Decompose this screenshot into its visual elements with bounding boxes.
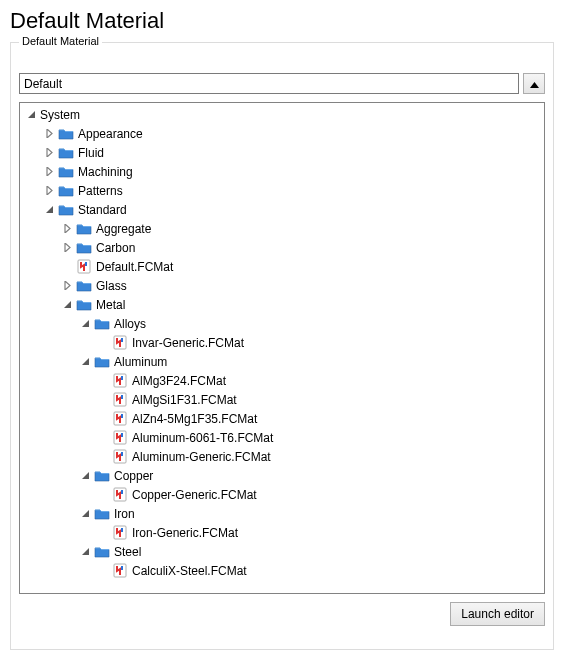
fcmat-file-icon: [112, 411, 128, 427]
tree-item-label: Standard: [78, 203, 127, 217]
material-tree[interactable]: SystemAppearanceFluidMachiningPatternsSt…: [20, 103, 544, 593]
tree-folder-row[interactable]: Patterns: [20, 181, 544, 200]
expand-toggle[interactable]: [78, 507, 92, 521]
tree-file-row[interactable]: Aluminum-6061-T6.FCMat: [20, 428, 544, 447]
expand-spacer: [96, 488, 110, 502]
fcmat-file-icon: [112, 430, 128, 446]
material-tree-container: SystemAppearanceFluidMachiningPatternsSt…: [19, 102, 545, 594]
tree-file-row[interactable]: AlZn4-5Mg1F35.FCMat: [20, 409, 544, 428]
tree-item-label: AlZn4-5Mg1F35.FCMat: [132, 412, 257, 426]
fcmat-file-icon: [112, 373, 128, 389]
tree-folder-row[interactable]: Machining: [20, 162, 544, 181]
expand-spacer: [96, 393, 110, 407]
folder-icon: [76, 278, 92, 294]
fcmat-file-icon: [112, 449, 128, 465]
folder-icon: [58, 183, 74, 199]
expand-toggle[interactable]: [78, 469, 92, 483]
tree-file-row[interactable]: Default.FCMat: [20, 257, 544, 276]
svg-marker-8: [65, 243, 70, 252]
expand-spacer: [60, 260, 74, 274]
expand-toggle[interactable]: [42, 127, 56, 141]
svg-marker-4: [47, 167, 52, 176]
expand-toggle[interactable]: [42, 165, 56, 179]
tree-item-label: Metal: [96, 298, 125, 312]
expand-spacer: [96, 526, 110, 540]
expand-toggle[interactable]: [78, 317, 92, 331]
tree-folder-row[interactable]: Metal: [20, 295, 544, 314]
tree-item-label: Iron: [114, 507, 135, 521]
expand-toggle[interactable]: [78, 545, 92, 559]
svg-marker-22: [82, 510, 89, 517]
default-material-group: Default Material SystemAppearanceFluidMa…: [10, 42, 554, 650]
fcmat-file-icon: [112, 487, 128, 503]
svg-marker-14: [82, 358, 89, 365]
tree-file-row[interactable]: Aluminum-Generic.FCMat: [20, 447, 544, 466]
tree-item-label: Copper-Generic.FCMat: [132, 488, 257, 502]
tree-item-label: Copper: [114, 469, 153, 483]
expand-toggle[interactable]: [60, 279, 74, 293]
svg-marker-1: [28, 111, 35, 118]
expand-spacer: [96, 431, 110, 445]
expand-toggle[interactable]: [60, 222, 74, 236]
expand-toggle[interactable]: [24, 108, 38, 122]
combo-dropdown-button[interactable]: [523, 73, 545, 94]
tree-folder-row[interactable]: Steel: [20, 542, 544, 561]
expand-toggle[interactable]: [42, 203, 56, 217]
tree-item-label: Glass: [96, 279, 127, 293]
expand-spacer: [96, 336, 110, 350]
tree-folder-row[interactable]: Aluminum: [20, 352, 544, 371]
material-combo[interactable]: [19, 73, 519, 94]
fcmat-file-icon: [76, 259, 92, 275]
tree-file-row[interactable]: AlMgSi1F31.FCMat: [20, 390, 544, 409]
tree-item-label: Aggregate: [96, 222, 151, 236]
tree-file-row[interactable]: CalculiX-Steel.FCMat: [20, 561, 544, 580]
tree-folder-row[interactable]: Carbon: [20, 238, 544, 257]
expand-spacer: [96, 450, 110, 464]
tree-item-label: Steel: [114, 545, 141, 559]
tree-item-label: System: [40, 108, 80, 122]
tree-item-label: AlMgSi1F31.FCMat: [132, 393, 237, 407]
page-title: Default Material: [10, 8, 554, 34]
tree-folder-row[interactable]: Iron: [20, 504, 544, 523]
svg-marker-20: [82, 472, 89, 479]
svg-marker-3: [47, 148, 52, 157]
tree-file-row[interactable]: Invar-Generic.FCMat: [20, 333, 544, 352]
tree-folder-row[interactable]: Glass: [20, 276, 544, 295]
tree-folder-row[interactable]: Appearance: [20, 124, 544, 143]
tree-folder-row[interactable]: Fluid: [20, 143, 544, 162]
fcmat-file-icon: [112, 335, 128, 351]
folder-icon: [94, 354, 110, 370]
folder-icon: [76, 240, 92, 256]
tree-item-label: Invar-Generic.FCMat: [132, 336, 244, 350]
folder-icon: [58, 202, 74, 218]
folder-icon: [94, 506, 110, 522]
fcmat-file-icon: [112, 392, 128, 408]
expand-toggle[interactable]: [60, 298, 74, 312]
expand-toggle[interactable]: [60, 241, 74, 255]
tree-item-label: Aluminum-6061-T6.FCMat: [132, 431, 273, 445]
expand-spacer: [96, 412, 110, 426]
tree-file-row[interactable]: Iron-Generic.FCMat: [20, 523, 544, 542]
tree-item-label: Appearance: [78, 127, 143, 141]
tree-folder-row[interactable]: Standard: [20, 200, 544, 219]
tree-file-row[interactable]: Copper-Generic.FCMat: [20, 485, 544, 504]
folder-icon: [58, 164, 74, 180]
tree-file-row[interactable]: AlMg3F24.FCMat: [20, 371, 544, 390]
tree-folder-row[interactable]: Aggregate: [20, 219, 544, 238]
launch-editor-button[interactable]: Launch editor: [450, 602, 545, 626]
tree-item-label: CalculiX-Steel.FCMat: [132, 564, 247, 578]
tree-folder-row[interactable]: Copper: [20, 466, 544, 485]
svg-marker-6: [46, 206, 53, 213]
expand-toggle[interactable]: [78, 355, 92, 369]
tree-item-label: Aluminum-Generic.FCMat: [132, 450, 271, 464]
svg-marker-12: [82, 320, 89, 327]
tree-item-label: AlMg3F24.FCMat: [132, 374, 226, 388]
expand-toggle[interactable]: [42, 146, 56, 160]
expand-toggle[interactable]: [42, 184, 56, 198]
fcmat-file-icon: [112, 525, 128, 541]
svg-marker-10: [65, 281, 70, 290]
folder-icon: [94, 316, 110, 332]
tree-item-label: Machining: [78, 165, 133, 179]
tree-folder-row[interactable]: System: [20, 105, 544, 124]
tree-folder-row[interactable]: Alloys: [20, 314, 544, 333]
